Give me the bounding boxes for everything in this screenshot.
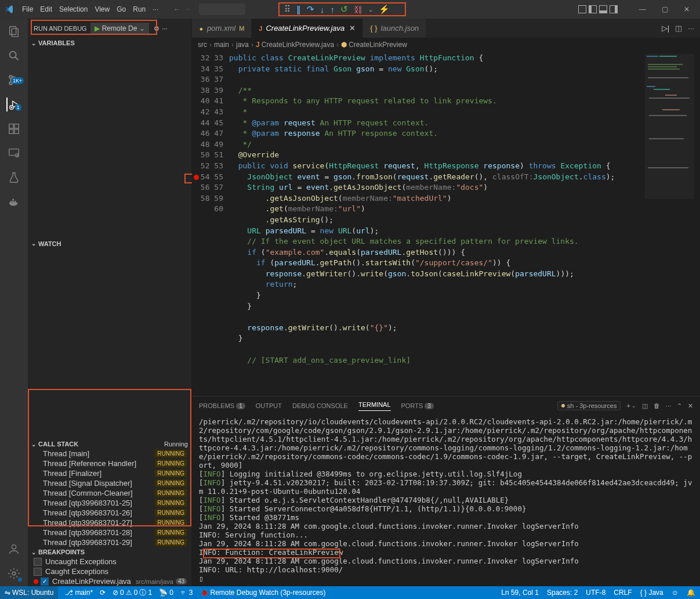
layout-icon[interactable]	[589, 5, 597, 13]
tab-pom[interactable]: ⬥ pom.xml M	[192, 19, 252, 38]
git-branch[interactable]: ⎇main*	[65, 589, 93, 597]
tab-output[interactable]: OUTPUT	[256, 402, 282, 409]
run-icon[interactable]: ▷|	[662, 24, 669, 33]
step-over-icon[interactable]: ↷	[307, 4, 314, 15]
remote-explorer-icon[interactable]	[7, 146, 21, 160]
disconnect-icon[interactable]: ⛓	[354, 5, 362, 15]
debug-status[interactable]: 🐞Remote Debug Watch (3p-resources)	[200, 589, 326, 597]
maximize-panel-icon[interactable]: ⌃	[677, 402, 682, 410]
drag-handle-icon[interactable]: ⠿	[284, 4, 291, 15]
breakpoint-item[interactable]: Uncaught Exceptions	[28, 557, 191, 566]
breakpoint-item[interactable]: Caught Exceptions	[28, 566, 191, 576]
nav-forward-icon[interactable]: →	[184, 5, 191, 13]
layout-icon[interactable]	[610, 5, 618, 13]
gear-icon[interactable]: ⚙	[154, 25, 159, 33]
menu-file[interactable]: File	[19, 5, 37, 13]
restart-icon[interactable]: ↺	[340, 4, 348, 15]
step-out-icon[interactable]: ↑	[331, 5, 335, 15]
hot-reload-icon[interactable]: ⚡	[379, 4, 390, 15]
thread-item[interactable]: Thread [Common-Cleaner]RUNNING	[28, 488, 191, 498]
terminal-shell-indicator[interactable]: sh - 3p-resources	[557, 401, 621, 410]
trash-icon[interactable]: 🗑	[654, 402, 660, 409]
checkbox[interactable]	[34, 558, 42, 566]
menu-overflow[interactable]: ···	[149, 5, 162, 13]
port-status[interactable]: ᯤ3	[180, 589, 193, 597]
tab-launch[interactable]: { } launch.json	[363, 19, 426, 38]
thread-item[interactable]: Thread [qtp399683701-27]RUNNING	[28, 518, 191, 528]
watch-header[interactable]: ⌄ WATCH	[28, 239, 191, 248]
menu-run[interactable]: Run	[129, 5, 149, 13]
notifications-icon[interactable]: 🔔	[687, 589, 695, 597]
layout-icon[interactable]	[578, 5, 586, 13]
minimap[interactable]	[642, 51, 700, 396]
settings-gear-icon[interactable]	[7, 566, 21, 580]
indentation[interactable]: Spaces: 2	[547, 589, 578, 597]
thread-item[interactable]: Thread [Finalizer]RUNNING	[28, 468, 191, 478]
callstack-header[interactable]: ⌄ CALL STACK Running	[28, 439, 191, 449]
tab-problems[interactable]: PROBLEMS1	[199, 402, 245, 409]
encoding[interactable]: UTF-8	[586, 589, 605, 597]
explorer-icon[interactable]	[7, 24, 21, 38]
thread-item[interactable]: Thread [qtp399683701-26]RUNNING	[28, 508, 191, 518]
menu-view[interactable]: View	[91, 5, 113, 13]
nav-back-icon[interactable]: ←	[173, 5, 180, 13]
tab-createlinkpreview[interactable]: J CreateLinkPreview.java ✕	[252, 19, 363, 38]
minimize-icon[interactable]: —	[634, 5, 651, 13]
breakpoints-header[interactable]: ⌄ BREAKPOINTS	[28, 547, 191, 557]
problems-status[interactable]: ⊘0 ⚠0 ⓘ1	[113, 588, 152, 598]
disconnect-chevron-icon[interactable]: ⌄	[368, 6, 373, 13]
step-into-icon[interactable]: ↓	[320, 5, 325, 15]
more-icon[interactable]: ···	[162, 25, 167, 32]
close-icon[interactable]: ✕	[678, 5, 695, 13]
tab-ports[interactable]: PORTS3	[401, 402, 434, 409]
language-mode[interactable]: { } Java	[640, 589, 663, 597]
accounts-icon[interactable]	[7, 542, 21, 556]
thread-item[interactable]: Thread [Signal Dispatcher]RUNNING	[28, 478, 191, 488]
variables-header[interactable]: ⌄ VARIABLES	[28, 38, 191, 48]
code-content[interactable]: public class CreateLinkPreview implement…	[229, 51, 642, 396]
thread-item[interactable]: Thread [main]RUNNING	[28, 449, 191, 459]
more-icon[interactable]: ···	[666, 402, 671, 409]
source-control-icon[interactable]: 1K+	[7, 73, 21, 87]
eol[interactable]: CRLF	[614, 589, 632, 597]
more-icon[interactable]: ···	[688, 24, 694, 33]
pause-icon[interactable]: ‖	[296, 4, 301, 15]
extensions-icon[interactable]	[7, 122, 21, 136]
split-terminal-icon[interactable]: ◫	[642, 402, 648, 410]
radio-status[interactable]: 📡0	[159, 589, 173, 597]
cursor-position[interactable]: Ln 59, Col 1	[501, 589, 539, 597]
play-icon[interactable]: ▶	[95, 24, 100, 33]
testing-icon[interactable]	[7, 171, 21, 185]
run-debug-icon[interactable]: 1	[6, 98, 20, 111]
debug-config-select[interactable]: ▶ Remote De ⌄	[90, 23, 150, 34]
layout-icon[interactable]	[599, 5, 607, 13]
thread-item[interactable]: Thread [qtp399683701-29]RUNNING	[28, 537, 191, 547]
breadcrumb[interactable]: src› main› java› J CreateLinkPreview.jav…	[192, 38, 700, 51]
menu-edit[interactable]: Edit	[37, 5, 56, 13]
remote-indicator[interactable]: ⇋ WSL: Ubuntu	[0, 586, 58, 599]
menu-go[interactable]: Go	[113, 5, 129, 13]
thread-item[interactable]: Thread [qtp399683701-28]RUNNING	[28, 528, 191, 537]
split-editor-icon[interactable]: ◫	[675, 24, 682, 33]
close-panel-icon[interactable]: ✕	[688, 402, 693, 410]
new-terminal-icon[interactable]: +	[626, 402, 630, 409]
menu-selection[interactable]: Selection	[56, 5, 91, 13]
terminal-content[interactable]: /pierrick/.m2/repository/io/cloudevents/…	[192, 415, 700, 586]
tab-terminal[interactable]: TERMINAL	[358, 401, 391, 411]
feedback-icon[interactable]: ☺	[672, 589, 679, 597]
close-icon[interactable]: ✕	[349, 24, 356, 33]
code-editor[interactable]: 32 33 34 35 36 37 38 39 40 41 42 43 44 4…	[192, 51, 700, 396]
breakpoint-item[interactable]: ✓ CreateLinkPreview.java src/main/java 4…	[28, 576, 191, 586]
search-icon[interactable]	[7, 49, 21, 63]
checkbox[interactable]: ✓	[41, 578, 49, 586]
sync-icon[interactable]: ⟳	[100, 589, 106, 597]
tab-debug-console[interactable]: DEBUG CONSOLE	[292, 402, 348, 409]
maximize-icon[interactable]: ▢	[656, 5, 673, 13]
chevron-down-icon[interactable]: ⌄	[632, 403, 636, 409]
thread-item[interactable]: Thread [Reference Handler]RUNNING	[28, 459, 191, 468]
checkbox[interactable]	[34, 568, 42, 576]
editor-tabs: ⬥ pom.xml M J CreateLinkPreview.java ✕ {…	[192, 19, 700, 38]
thread-item[interactable]: Thread [qtp399683701-25]RUNNING	[28, 498, 191, 508]
command-center[interactable]	[199, 3, 245, 15]
docker-icon[interactable]	[7, 195, 21, 209]
